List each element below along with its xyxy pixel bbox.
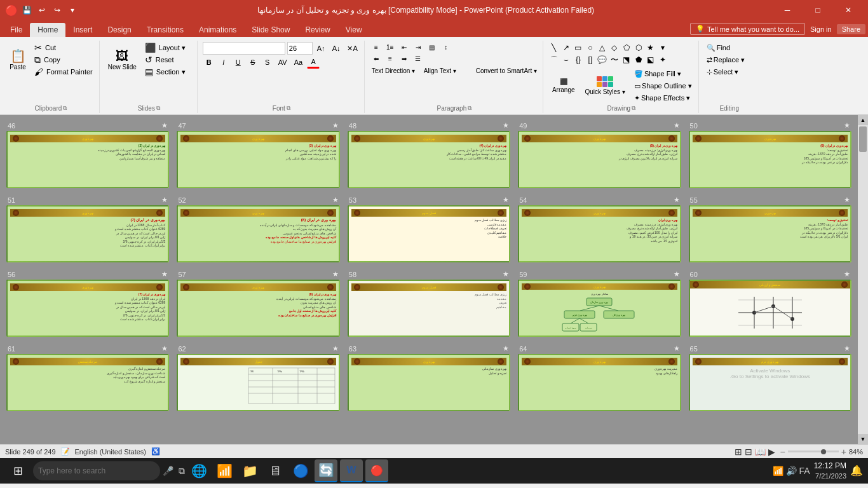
arrange-button[interactable]: ⬛ Arrange [548, 68, 579, 104]
slide-item-54[interactable]: 54 ★ بهره وری بهره وری ایران بهره وری ان… [518, 196, 681, 262]
task-view-icon[interactable]: ⧉ [179, 466, 185, 477]
shape-custom1[interactable]: ⬔ [621, 54, 632, 65]
zoom-slider-thumb[interactable] [821, 449, 826, 454]
slide-59-thumb[interactable]: بهره وری ساختار بهره وری بهره وری سازمان [518, 280, 681, 337]
shape-more[interactable]: ▾ [657, 42, 668, 53]
slide-item-47[interactable]: 47 ★ بهره وری بهره وری در ایران (3) بهره… [177, 121, 339, 188]
slides-expand-icon[interactable]: ⧉ [156, 105, 160, 112]
taskbar-app-rotate[interactable]: 🔄 [315, 459, 337, 482]
taskbar-app-browser2[interactable]: 🔵 [289, 459, 312, 482]
scroll-down-button[interactable]: ▼ [858, 434, 868, 444]
select-button[interactable]: ⊹ Select ▾ [704, 66, 755, 78]
section-button[interactable]: ▤ Section ▾ [142, 66, 193, 78]
slide-item-50[interactable]: 50 ★ بهره وری بهره وری در ایران (6) تحقی… [689, 121, 851, 188]
tab-view[interactable]: View [338, 23, 370, 37]
share-button[interactable]: Share [837, 24, 865, 34]
slide-65-thumb[interactable]: بهره وری نرم Activate WindowsGo to Setti… [689, 354, 851, 411]
slide-item-49[interactable]: 49 ★ بهره وری بهره وری در ایران (5) بهره… [518, 121, 681, 188]
reading-view-button[interactable]: 📖 [755, 447, 766, 457]
taskbar-app-computer[interactable]: 🖥 [264, 459, 287, 482]
slide-item-56[interactable]: 56 ★ بهره وری بهره وری در ایران (7) ایرا… [6, 270, 169, 337]
close-button[interactable]: ✕ [834, 1, 863, 20]
line-spacing-button[interactable]: ↕ [440, 42, 452, 52]
align-text-button[interactable]: Align Text ▾ [422, 65, 473, 76]
tab-insert[interactable]: Insert [65, 23, 100, 37]
find-button[interactable]: 🔍 Find [704, 42, 755, 53]
tab-home[interactable]: Home [30, 23, 65, 37]
slide-item-59[interactable]: 59 ★ بهره وری ساختار بهره وری [518, 270, 681, 337]
decrease-font-button[interactable]: A↓ [330, 42, 343, 55]
reset-button[interactable]: ↺ Reset [142, 54, 193, 65]
slide-item-65[interactable]: 65 ★ بهره وری نرم Activate WindowsGo to … [689, 344, 851, 411]
layout-button[interactable]: ⬛ Layout ▾ [142, 42, 193, 53]
slide-48-thumb[interactable]: بهره وری بهره وری در ایران (4) بهره وری … [348, 131, 510, 188]
taskbar-app-powerpoint[interactable]: 🔴 [365, 459, 388, 482]
shape-callout[interactable]: 💬 [597, 54, 608, 65]
char-spacing-button[interactable]: AV [276, 56, 290, 69]
scrollbar-right[interactable]: ▲ ▼ [858, 115, 868, 444]
slide-item-53[interactable]: 53 ★ فصل سوم زیزی مطالب فصل سوم مقدمه فا… [348, 196, 510, 262]
font-color-button[interactable]: A [307, 56, 320, 69]
shape-effects-button[interactable]: ✦ Shape Effects ▾ [632, 92, 695, 104]
slide-item-62[interactable]: 62 ★ جدول [177, 344, 339, 411]
slide-item-64[interactable]: 64 ★ بهره وری مدیریت بهره وری راهکارهای … [518, 344, 681, 411]
shape-arrow[interactable]: ↗ [560, 42, 572, 53]
slide-item-58[interactable]: 58 ★ فصل سوم زیزی مطالب فصل سوم مقدمه تع… [348, 270, 510, 337]
slide-61-thumb[interactable]: مرحله سنجش مرحله سنجش و اندازه گیری شناخ… [6, 354, 169, 411]
decrease-indent-button[interactable]: ⇤ [398, 42, 410, 52]
scroll-track[interactable] [859, 125, 867, 434]
strikethrough-button[interactable]: S [247, 56, 259, 69]
taskbar-app-word[interactable]: W [340, 459, 363, 482]
cut-button[interactable]: ✂ Cut [32, 42, 95, 53]
shape-pentagon[interactable]: ⬠ [621, 42, 632, 53]
undo-button[interactable]: ↩ [36, 4, 48, 17]
taskbar-app-folder[interactable]: 📁 [238, 459, 261, 482]
redo-button[interactable]: ↪ [51, 4, 64, 17]
zoom-out-button[interactable]: − [780, 447, 785, 457]
shape-custom3[interactable]: ⬕ [645, 54, 656, 65]
columns-button[interactable]: ▤ [426, 42, 438, 52]
slide-64-thumb[interactable]: بهره وری مدیریت بهره وری راهکارهای بهبود [518, 354, 681, 411]
convert-smartart-button[interactable]: Convert to SmartArt ▾ [474, 65, 539, 76]
tab-animations[interactable]: Animations [191, 23, 244, 37]
align-right-button[interactable]: ➡ [398, 53, 410, 64]
signin-button[interactable]: Sign in [810, 25, 832, 33]
slide-46-thumb[interactable]: بهره وری بهره وری در ایران (2) بهره وری … [6, 131, 169, 188]
justify-button[interactable]: ☰ [412, 53, 424, 64]
slide-47-thumb[interactable]: بهره وری بهره وری در ایران (3) بهره وری … [177, 131, 339, 188]
align-center-button[interactable]: ≡ [384, 53, 397, 64]
tab-slideshow[interactable]: Slide Show [244, 23, 297, 37]
bold-button[interactable]: B [203, 56, 215, 69]
align-left-button[interactable]: ⬅ [370, 53, 383, 64]
slide-item-52[interactable]: 52 ★ بهره وری بهره وری در ایران (8) مشاه… [177, 196, 339, 262]
drawing-expand-icon[interactable]: ⧉ [632, 105, 635, 112]
shape-brace[interactable]: [] [585, 54, 596, 65]
tab-file[interactable]: File [3, 23, 30, 37]
scroll-up-button[interactable]: ▲ [858, 115, 868, 125]
font-expand-icon[interactable]: ⧉ [287, 105, 290, 112]
shape-fill-button[interactable]: 🪣 Shape Fill ▾ [632, 68, 695, 79]
tab-review[interactable]: Review [297, 23, 337, 37]
paste-button[interactable]: 📋 Paste [6, 42, 29, 78]
quick-styles-button[interactable]: Quick Styles ▾ [581, 68, 629, 104]
underline-button[interactable]: U [232, 56, 245, 69]
slide-panel[interactable]: 46 ★ بهره وری بهره وری در ایران (2) بهره… [0, 115, 858, 444]
slide-item-63[interactable]: 63 ★ بهره وری بهره وری سازمانی تجزیه و ت… [348, 344, 510, 411]
zoom-in-button[interactable]: + [841, 447, 846, 457]
slide-63-thumb[interactable]: بهره وری بهره وری سازمانی تجزیه و تحلیل [348, 354, 510, 411]
shape-curve2[interactable]: ⌣ [560, 54, 572, 65]
clear-format-button[interactable]: ✕A [344, 42, 360, 55]
slide-50-thumb[interactable]: بهره وری بهره وری در ایران (6) تحقیق و ت… [689, 131, 851, 188]
slide-51-thumb[interactable]: بهره وری بهره وری در ایران (7) کتاب آمار… [6, 205, 169, 262]
save-qat-button[interactable]: 💾 [20, 4, 33, 17]
shape-hex[interactable]: ⬡ [633, 42, 644, 53]
shape-custom4[interactable]: ✦ [657, 54, 668, 65]
slide-item-60[interactable]: 60 ★ سنجش و ارزیابی [689, 270, 851, 337]
shape-bracket[interactable]: {} [573, 54, 584, 65]
shape-outline-button[interactable]: ▭ Shape Outline ▾ [632, 80, 695, 92]
minimize-button[interactable]: ─ [773, 1, 802, 20]
slide-item-48[interactable]: 48 ★ بهره وری بهره وری در ایران (4) بهره… [348, 121, 510, 188]
clipboard-expand-icon[interactable]: ⧉ [63, 105, 67, 112]
slide-item-61[interactable]: 61 ★ مرحله سنجش مرحله سنجش و اندازه گیری… [6, 344, 169, 411]
slide-58-thumb[interactable]: فصل سوم زیزی مطالب فصل سوم مقدمه تعریف م… [348, 280, 510, 337]
